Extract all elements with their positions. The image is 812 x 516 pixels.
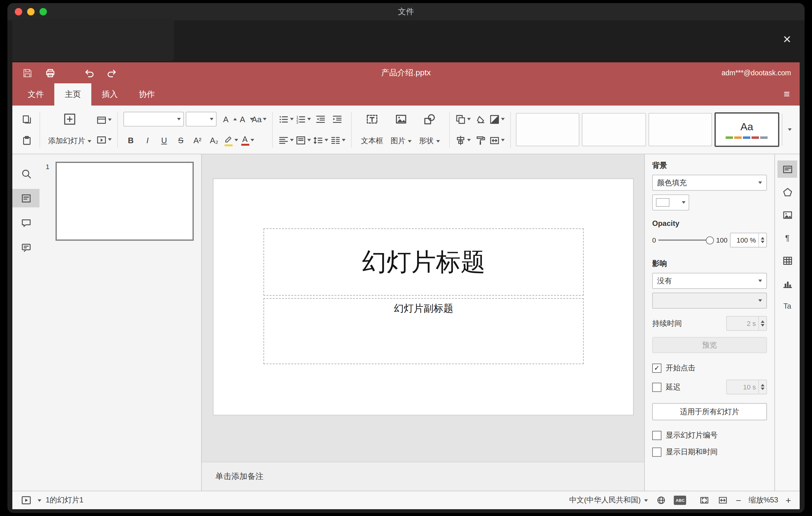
bullet-list-button[interactable] xyxy=(278,112,294,126)
superscript-button[interactable]: A² xyxy=(190,133,205,147)
zoom-in-button[interactable]: + xyxy=(785,496,791,505)
font-size-combo[interactable] xyxy=(186,112,216,126)
font-color-button[interactable]: A xyxy=(240,133,255,147)
insert-textbox-button[interactable]: 文本框 xyxy=(357,112,387,147)
redo-button[interactable] xyxy=(106,67,118,79)
change-case-button[interactable]: Aa xyxy=(252,112,266,126)
theme-option-3[interactable] xyxy=(648,113,712,146)
opacity-spinner[interactable]: 100 % xyxy=(730,233,767,248)
paragraph-settings-button[interactable]: ¶ xyxy=(778,229,797,246)
copy-style-button[interactable] xyxy=(473,133,488,147)
theme-option-2[interactable] xyxy=(582,113,646,146)
decrease-font-button[interactable]: A xyxy=(235,112,250,126)
subscript-button[interactable]: A₂ xyxy=(207,133,222,147)
spinner-arrows[interactable] xyxy=(758,233,766,247)
line-spacing-button[interactable] xyxy=(313,133,328,147)
numbered-list-button[interactable]: 123 xyxy=(295,112,311,126)
add-slide-button[interactable]: 添加幻灯片 xyxy=(46,111,94,148)
increase-font-button[interactable]: A xyxy=(219,112,233,126)
subtitle-placeholder[interactable]: 幻灯片副标题 xyxy=(263,298,584,365)
language-selector[interactable]: 中文(中华人民共和国) xyxy=(569,495,648,506)
delay-spinner[interactable]: 10 s xyxy=(726,380,767,394)
bold-button[interactable]: B xyxy=(123,133,138,147)
zoom-window-button[interactable] xyxy=(39,8,47,16)
theme-option-selected[interactable]: Aa xyxy=(715,112,780,147)
fill-color-button[interactable] xyxy=(489,112,505,126)
tab-file[interactable]: 文件 xyxy=(17,83,54,106)
tab-home[interactable]: 主页 xyxy=(54,83,91,106)
slide-thumbnail-1[interactable] xyxy=(56,162,194,241)
close-window-button[interactable] xyxy=(15,8,22,16)
feedback-button[interactable] xyxy=(12,238,39,257)
vertical-align-button[interactable] xyxy=(295,133,311,147)
highlight-color-button[interactable] xyxy=(223,133,238,147)
background-color-select[interactable] xyxy=(652,194,689,210)
effect-variant-select[interactable] xyxy=(652,292,767,309)
opacity-max-label: 100 xyxy=(716,236,727,244)
comments-panel-button[interactable] xyxy=(12,213,39,232)
slide-settings-button[interactable] xyxy=(778,161,797,178)
show-slide-number-checkbox[interactable] xyxy=(652,431,662,440)
start-slideshow-status-button[interactable] xyxy=(20,494,32,507)
preview-button[interactable]: 预览 xyxy=(652,337,767,353)
spinner-arrows[interactable] xyxy=(758,380,766,394)
textart-settings-button[interactable]: Ta xyxy=(778,297,797,315)
tab-insert[interactable]: 插入 xyxy=(91,83,128,106)
copy-button[interactable] xyxy=(19,112,34,126)
slide-layout-button[interactable] xyxy=(96,112,112,127)
tab-collaboration[interactable]: 协作 xyxy=(128,83,165,106)
view-settings-icon[interactable]: ≡ xyxy=(784,88,790,101)
start-slideshow-button[interactable] xyxy=(96,132,112,147)
title-placeholder[interactable]: 幻灯片标题 xyxy=(263,228,584,296)
spellcheck-button[interactable]: ABC xyxy=(674,496,687,505)
italic-button[interactable]: I xyxy=(140,133,155,147)
chart-settings-button[interactable] xyxy=(778,275,797,292)
horizontal-align-button[interactable] xyxy=(278,133,294,147)
underline-button[interactable]: U xyxy=(157,133,172,147)
chevron-down-icon[interactable] xyxy=(38,499,41,501)
opacity-slider[interactable] xyxy=(658,236,714,245)
columns-button[interactable] xyxy=(330,133,346,147)
minimize-window-button[interactable] xyxy=(27,8,34,16)
notes-area[interactable]: 单击添加备注 xyxy=(202,462,644,491)
show-date-time-checkbox[interactable] xyxy=(652,448,662,457)
start-on-click-checkbox[interactable]: ✓ xyxy=(652,364,662,373)
font-name-combo[interactable] xyxy=(123,112,184,126)
arrange-shapes-button[interactable] xyxy=(455,112,471,126)
theme-gallery-expand-button[interactable] xyxy=(782,114,796,146)
apply-to-all-button[interactable]: 适用于所有幻灯片 xyxy=(652,403,767,420)
insert-group: 文本框 图片 形状 xyxy=(354,110,447,149)
theme-option-1[interactable] xyxy=(516,113,580,146)
undo-button[interactable] xyxy=(83,67,95,79)
spinner-arrows[interactable] xyxy=(758,317,766,330)
align-shapes-button[interactable] xyxy=(455,133,471,147)
print-button[interactable] xyxy=(44,67,56,79)
duration-spinner[interactable]: 2 s xyxy=(726,316,767,331)
slides-panel-button[interactable] xyxy=(12,189,39,207)
table-settings-button[interactable] xyxy=(778,252,797,269)
paste-button[interactable] xyxy=(19,133,34,147)
input-language-button[interactable] xyxy=(656,495,667,506)
slider-knob[interactable] xyxy=(705,236,714,245)
clear-style-button[interactable] xyxy=(473,112,488,126)
delay-checkbox[interactable] xyxy=(652,382,662,392)
insert-image-button[interactable]: 图片 xyxy=(387,112,415,147)
fit-width-icon xyxy=(718,496,727,505)
fit-slide-button[interactable] xyxy=(699,495,710,506)
save-button[interactable] xyxy=(21,67,33,79)
left-icon-strip xyxy=(12,154,39,491)
effect-select[interactable]: 没有 xyxy=(652,273,767,289)
insert-shape-button[interactable]: 形状 xyxy=(415,112,444,147)
background-fill-select[interactable]: 颜色填充 xyxy=(652,175,767,191)
increase-indent-button[interactable] xyxy=(329,112,344,126)
close-icon[interactable]: × xyxy=(783,33,791,46)
fit-width-button[interactable] xyxy=(717,495,728,506)
search-button[interactable] xyxy=(12,164,39,183)
slide-size-button[interactable] xyxy=(489,133,505,147)
image-settings-button[interactable] xyxy=(778,206,797,224)
slide[interactable]: 幻灯片标题 幻灯片副标题 xyxy=(213,179,633,415)
shape-settings-button[interactable] xyxy=(778,183,797,201)
strikethrough-button[interactable]: S xyxy=(173,133,188,147)
zoom-out-button[interactable]: − xyxy=(736,496,741,505)
decrease-indent-button[interactable] xyxy=(313,112,328,126)
